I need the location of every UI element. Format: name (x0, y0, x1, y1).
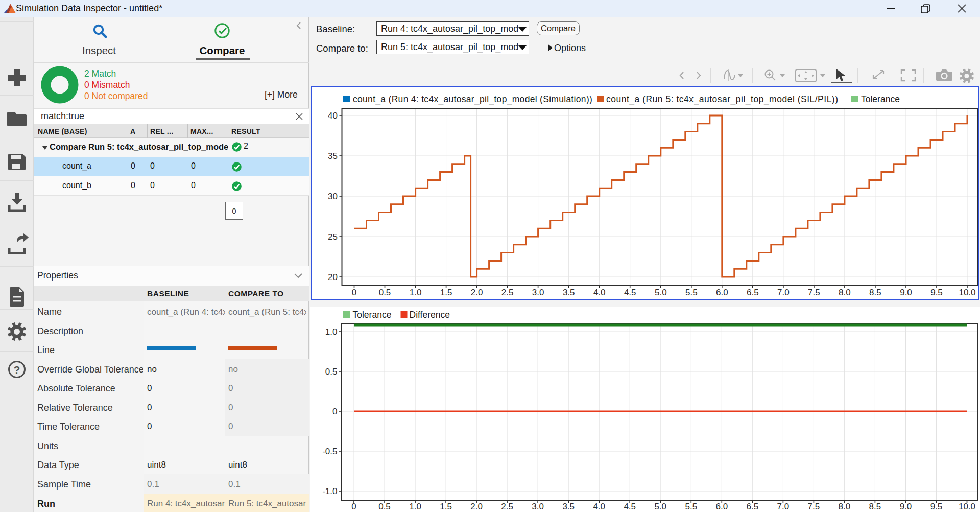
svg-text:7.5: 7.5 (808, 288, 820, 297)
svg-text:3.5: 3.5 (563, 288, 575, 297)
svg-text:2.5: 2.5 (501, 288, 514, 297)
svg-text:5.0: 5.0 (654, 502, 666, 511)
svg-text:0: 0 (352, 288, 356, 297)
svg-text:6.0: 6.0 (715, 502, 728, 511)
svg-text:-0.5: -0.5 (322, 447, 337, 456)
svg-text:8.5: 8.5 (869, 502, 881, 511)
svg-text:3.0: 3.0 (532, 288, 544, 297)
svg-text:1.0: 1.0 (409, 502, 421, 511)
svg-text:2.0: 2.0 (471, 288, 483, 297)
svg-text:3.0: 3.0 (532, 502, 544, 511)
svg-text:40: 40 (328, 111, 338, 121)
svg-text:5.5: 5.5 (685, 288, 698, 297)
svg-text:4.5: 4.5 (624, 288, 636, 297)
svg-text:-1.0: -1.0 (322, 486, 337, 496)
svg-text:9.0: 9.0 (900, 288, 912, 297)
svg-text:9.5: 9.5 (930, 288, 943, 297)
svg-text:0.5: 0.5 (379, 288, 391, 297)
svg-text:35: 35 (328, 151, 338, 161)
svg-text:8.0: 8.0 (839, 288, 851, 297)
svg-text:7.0: 7.0 (777, 288, 790, 297)
svg-text:4.0: 4.0 (593, 288, 606, 297)
svg-text:10.0: 10.0 (959, 288, 975, 297)
svg-text:10.0: 10.0 (959, 502, 975, 511)
svg-text:Tolerance: Tolerance (861, 94, 900, 104)
svg-text:1.5: 1.5 (440, 288, 452, 297)
svg-text:0.5: 0.5 (378, 502, 391, 511)
svg-text:6.5: 6.5 (746, 502, 758, 511)
svg-text:1.5: 1.5 (440, 502, 452, 511)
svg-text:Tolerance: Tolerance (353, 310, 392, 320)
svg-text:1.0: 1.0 (410, 288, 422, 297)
svg-text:7.0: 7.0 (777, 502, 790, 511)
svg-text:5.0: 5.0 (655, 288, 667, 297)
svg-text:9.0: 9.0 (900, 502, 912, 511)
svg-text:6.0: 6.0 (716, 288, 728, 297)
svg-text:0.5: 0.5 (325, 367, 338, 377)
svg-text:30: 30 (328, 192, 338, 201)
svg-text:8.5: 8.5 (869, 288, 881, 297)
svg-text:?: ? (14, 364, 20, 376)
svg-text:2.5: 2.5 (501, 502, 513, 511)
svg-text:4.0: 4.0 (593, 502, 605, 511)
svg-text:3.5: 3.5 (562, 502, 575, 511)
svg-text:8.0: 8.0 (839, 502, 851, 511)
svg-text:7.5: 7.5 (808, 502, 820, 511)
svg-text:25: 25 (328, 232, 338, 242)
svg-text:0: 0 (332, 407, 337, 416)
svg-text:4.5: 4.5 (624, 502, 636, 511)
svg-text:2.0: 2.0 (470, 502, 483, 511)
svg-text:9.5: 9.5 (930, 502, 943, 511)
svg-text:count_a (Run 4: tc4x_autosar_p: count_a (Run 4: tc4x_autosar_pil_top_mod… (353, 94, 592, 105)
svg-text:0: 0 (351, 502, 356, 511)
svg-text:5.5: 5.5 (685, 502, 697, 511)
svg-text:Difference: Difference (410, 310, 450, 320)
svg-text:20: 20 (328, 272, 338, 282)
svg-text:count_a (Run 5: tc4x_autosar_p: count_a (Run 5: tc4x_autosar_pil_top_mod… (606, 94, 839, 105)
svg-text:1.0: 1.0 (325, 327, 338, 337)
svg-text:6.5: 6.5 (747, 288, 759, 297)
